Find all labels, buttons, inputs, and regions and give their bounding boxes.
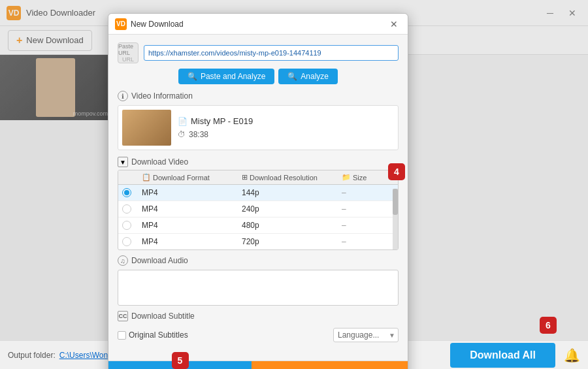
format-cell-0: MP4 xyxy=(142,188,242,197)
info-icon: ℹ xyxy=(118,91,128,101)
radio-144p[interactable] xyxy=(122,188,131,197)
table-scrollbar[interactable] xyxy=(393,189,398,249)
url-buttons: 🔍 Paste and Analyze 🔍 Analyze xyxy=(118,69,399,84)
format-cell-2: MP4 xyxy=(142,221,242,230)
download-video-label: Download Video xyxy=(131,157,188,167)
format-col-icon: 📋 xyxy=(142,173,151,182)
badge-6: 6 xyxy=(540,317,557,334)
analyze-button[interactable]: 🔍 Analyze xyxy=(278,69,338,84)
format-table: 📋 Download Format ⊞ Download Resolution … xyxy=(118,170,399,250)
clock-icon: ⏱ xyxy=(178,130,186,139)
app-window: VD Video Downloader ─ ✕ + New Download m… xyxy=(0,0,588,369)
subtitle-row: Original Subtitles Language... ▼ xyxy=(118,325,399,345)
dialog-body: Paste URL URL 🔍 Paste and Analyze 🔍 Anal… xyxy=(108,35,408,358)
video-info-row: 📄 Misty MP - E019 ⏱ 38:38 xyxy=(118,105,399,150)
alarm-icon-button[interactable]: 🔔 xyxy=(564,347,580,363)
download-audio-section: ♫ Download Audio xyxy=(118,255,399,306)
res-cell-1: 240p xyxy=(242,204,342,214)
subtitle-section: CC Download Subtitle Original Subtitles … xyxy=(118,311,399,345)
video-info-label: Video Information xyxy=(131,91,193,101)
footer-ok-wrap: 5 Ok xyxy=(108,361,252,369)
dialog-close-button[interactable]: ✕ xyxy=(387,17,401,31)
url-icon-label: Paste URL URL xyxy=(118,43,138,63)
format-cell-3: MP4 xyxy=(142,237,242,246)
dialog-titlebar: VD New Download ✕ xyxy=(108,14,408,35)
audio-section-header: ♫ Download Audio xyxy=(118,255,399,266)
resolution-col-icon: ⊞ xyxy=(242,173,248,182)
format-table-wrap: 4 📋 Download Format ⊞ Down xyxy=(118,170,399,250)
dialog-title: New Download xyxy=(131,20,184,29)
url-section: Paste URL URL xyxy=(118,42,399,63)
format-row[interactable]: MP4 720p – xyxy=(118,234,398,249)
cancel-button[interactable]: Cancel xyxy=(252,361,408,369)
radio-240p[interactable] xyxy=(122,204,131,214)
audio-content xyxy=(118,270,399,306)
download-all-button[interactable]: Download All xyxy=(450,343,555,368)
video-title: Misty MP - E019 xyxy=(191,116,253,126)
cc-icon: CC xyxy=(118,311,128,321)
res-cell-3: 720p xyxy=(242,237,342,246)
original-subtitles-checkbox[interactable] xyxy=(118,331,126,340)
language-select[interactable]: Language... xyxy=(333,328,399,342)
dialog-logo: VD xyxy=(115,18,127,30)
th-format: 📋 Download Format xyxy=(142,173,242,182)
video-thumb-small xyxy=(122,110,171,146)
format-row[interactable]: MP4 144p – xyxy=(118,185,398,201)
video-title-row: 📄 Misty MP - E019 xyxy=(178,116,253,126)
new-download-dialog: VD New Download ✕ Paste URL URL xyxy=(108,13,408,369)
radio-720p[interactable] xyxy=(122,237,131,246)
size-cell-0: – xyxy=(342,188,394,197)
url-input-wrap xyxy=(144,45,399,61)
size-col-icon: 📁 xyxy=(342,173,351,182)
format-table-header: 📋 Download Format ⊞ Download Resolution … xyxy=(118,170,398,185)
size-cell-2: – xyxy=(342,221,394,230)
audio-section-label: Download Audio xyxy=(131,256,188,265)
paste-analyze-button[interactable]: 🔍 Paste and Analyze xyxy=(178,69,274,84)
download-video-section: ▼ Download Video 4 📋 Downlo xyxy=(118,157,399,250)
file-icon: 📄 xyxy=(178,117,188,126)
format-cell-1: MP4 xyxy=(142,204,242,214)
format-row[interactable]: MP4 240p – xyxy=(118,201,398,217)
download-video-header: ▼ Download Video xyxy=(118,157,399,167)
badge-5: 5 xyxy=(172,352,189,369)
th-size: 📁 Size xyxy=(342,173,394,182)
download-video-icon: ▼ xyxy=(118,157,128,167)
video-duration: 38:38 xyxy=(189,130,208,139)
res-cell-0: 144p xyxy=(242,188,342,197)
th-select xyxy=(122,173,142,182)
video-duration-row: ⏱ 38:38 xyxy=(178,130,253,139)
badge-4: 4 xyxy=(388,163,405,180)
original-subtitles-label[interactable]: Original Subtitles xyxy=(118,330,188,340)
dialog-footer: 5 Ok Cancel xyxy=(108,361,408,369)
video-meta: 📄 Misty MP - E019 ⏱ 38:38 xyxy=(178,110,253,146)
search-icon: 🔍 xyxy=(287,72,297,81)
format-table-body: MP4 144p – MP4 240p – xyxy=(118,185,398,249)
size-cell-1: – xyxy=(342,204,394,214)
url-input[interactable] xyxy=(144,45,399,61)
res-cell-2: 480p xyxy=(242,221,342,230)
audio-icon: ♫ xyxy=(118,255,128,266)
video-thumb-inner xyxy=(122,110,171,146)
paste-icon: 🔍 xyxy=(188,72,197,81)
subtitle-section-label: Download Subtitle xyxy=(131,312,195,321)
url-icon-box: Paste URL URL xyxy=(118,42,139,63)
radio-480p[interactable] xyxy=(122,221,131,230)
format-row[interactable]: MP4 480p – xyxy=(118,217,398,234)
th-resolution: ⊞ Download Resolution xyxy=(242,173,342,182)
subtitle-section-header: CC Download Subtitle xyxy=(118,311,399,321)
size-cell-3: – xyxy=(342,237,394,246)
video-info-header: ℹ Video Information xyxy=(118,91,399,101)
output-folder-label: Output folder: xyxy=(8,351,56,360)
language-select-wrap: Language... ▼ xyxy=(333,328,399,342)
table-scrollbar-thumb xyxy=(393,189,398,215)
